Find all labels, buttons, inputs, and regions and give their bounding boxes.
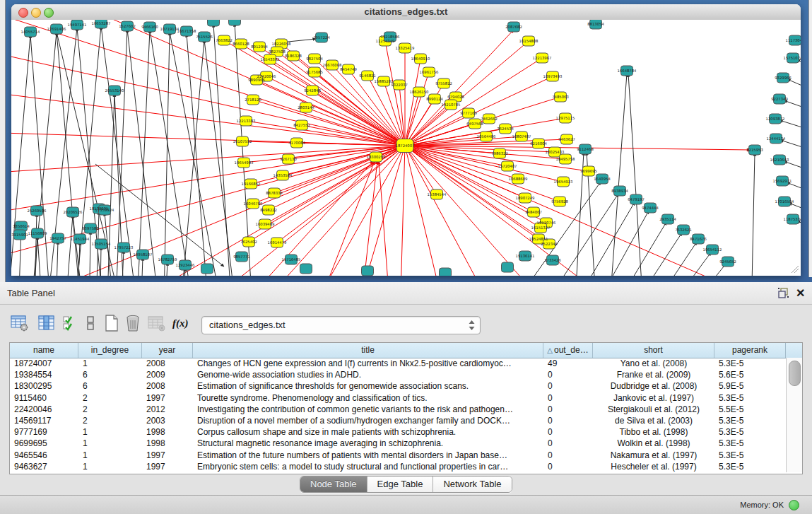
cell-in_degree[interactable]: 1 [78, 426, 142, 438]
cell-title[interactable]: Investigating the contribution of common… [193, 404, 543, 415]
cell-out_de[interactable]: 0 [543, 415, 593, 426]
graph-node[interactable] [201, 264, 213, 274]
graph-edge[interactable] [629, 222, 666, 276]
cell-out_de[interactable]: 0 [543, 404, 593, 415]
graph-edge[interactable] [353, 161, 377, 276]
cell-in_degree[interactable]: 2 [78, 415, 142, 426]
table-row[interactable]: 1830029562008Estimation of significance … [10, 380, 786, 392]
graph-edge[interactable] [177, 40, 204, 276]
graph-edge[interactable] [314, 59, 405, 146]
cell-out_de[interactable]: 49 [543, 358, 593, 369]
cell-title[interactable]: Disruption of a novel member of a sodium… [193, 415, 543, 426]
cell-in_degree[interactable]: 1 [78, 461, 142, 472]
cell-out_de[interactable]: 0 [543, 426, 593, 438]
table-row[interactable]: 946362711997Embryonic stem cells: a mode… [10, 461, 786, 472]
cell-year[interactable]: 1998 [142, 426, 193, 438]
graph-node[interactable] [208, 20, 220, 26]
cell-name[interactable]: 9699695 [10, 438, 78, 449]
graph-edge[interactable] [64, 215, 73, 276]
column-header-title[interactable]: title [193, 343, 543, 358]
graph-node[interactable] [300, 264, 312, 274]
cell-short[interactable]: de Silva et al. (2003) [593, 415, 714, 426]
cell-title[interactable]: Corpus callosum shape and size in male p… [193, 426, 543, 438]
show-columns-icon[interactable] [37, 314, 57, 332]
graph-edge[interactable] [628, 74, 645, 276]
cell-out_de[interactable]: 0 [543, 380, 593, 392]
cell-short[interactable]: Hescheler et al. (1997) [593, 461, 714, 472]
cell-in_degree[interactable]: 6 [78, 380, 142, 392]
cell-short[interactable]: Stergiakouli et al. (2012) [593, 404, 714, 415]
cell-pagerank[interactable]: 5.3E-5 [714, 426, 786, 438]
cell-title[interactable]: Structural magnetic resonance image aver… [193, 438, 543, 449]
cell-name[interactable]: 9115460 [10, 392, 78, 404]
graph-edge[interactable] [266, 76, 405, 146]
table-settings-icon[interactable] [10, 314, 30, 332]
graph-edge[interactable] [405, 113, 469, 146]
cell-year[interactable]: 1998 [142, 438, 193, 449]
cell-in_degree[interactable]: 2 [78, 404, 142, 415]
cell-in_degree[interactable]: 2 [78, 392, 142, 404]
graph-edge[interactable] [34, 214, 37, 276]
cell-name[interactable]: 9465546 [10, 450, 78, 461]
table-row[interactable]: 911546021997Tourette syndrome. Phenomeno… [10, 392, 786, 404]
graph-edge[interactable] [784, 100, 801, 113]
cell-name[interactable]: 22420046 [10, 404, 78, 415]
table-selector-dropdown[interactable]: citations_edges.txt [201, 316, 481, 334]
graph-edge[interactable] [134, 30, 150, 276]
cell-short[interactable]: Yano et al. (2008) [593, 358, 714, 369]
graph-node[interactable] [440, 268, 452, 276]
cell-year[interactable]: 2008 [142, 380, 193, 392]
graph-edge[interactable] [693, 263, 726, 276]
graph-edge[interactable] [150, 30, 198, 276]
cell-in_degree[interactable]: 1 [78, 450, 142, 461]
table-row[interactable]: 969969511998Structural magnetic resonanc… [10, 438, 786, 449]
graph-edge[interactable] [612, 211, 649, 276]
cell-year[interactable]: 1997 [142, 461, 193, 472]
cell-in_degree[interactable]: 6 [78, 369, 142, 380]
graph-edge[interactable] [11, 146, 405, 184]
graph-edge[interactable] [405, 146, 541, 228]
graph-node[interactable] [502, 262, 514, 272]
table-scrollbar-thumb[interactable] [789, 361, 801, 386]
graph-edge[interactable] [312, 90, 405, 146]
cell-out_de[interactable]: 0 [543, 392, 593, 404]
table-row[interactable]: 977716911998Corpus callosum shape and si… [10, 426, 786, 438]
cell-short[interactable]: Wolkin et al. (1998) [593, 438, 714, 449]
table-row[interactable]: 2242004622012Investigating the contribut… [10, 404, 786, 415]
cell-pagerank[interactable]: 5.9E-5 [714, 380, 786, 392]
cell-title[interactable]: Changes of HCN gene expression and I(f) … [193, 358, 543, 369]
graph-edge[interactable] [253, 100, 405, 146]
cell-pagerank[interactable]: 5.3E-5 [714, 461, 786, 472]
cell-year[interactable]: 2009 [142, 369, 193, 380]
table-scrollbar[interactable] [786, 358, 802, 472]
network-graph-canvas[interactable]: 1872400776638228660128891295418226058982… [11, 20, 801, 276]
graph-edge[interactable] [645, 233, 682, 276]
cell-short[interactable]: Jankovic et al. (1997) [593, 392, 714, 404]
citation-network-graph[interactable]: 1872400776638228660128891295418226058982… [11, 20, 801, 276]
close-panel-icon[interactable]: ✕ [796, 286, 807, 299]
graph-edge[interactable] [37, 236, 44, 276]
graph-node[interactable] [362, 266, 374, 276]
table-row[interactable]: 1938455462009Genome-wide association stu… [10, 369, 786, 380]
table-body[interactable]: 1872400712008Changes of HCN gene express… [10, 358, 786, 472]
column-header-pagerank[interactable]: pagerank [714, 343, 786, 358]
cell-name[interactable]: 14569117 [10, 415, 78, 426]
graph-edge[interactable] [55, 241, 58, 276]
cell-year[interactable]: 2012 [142, 404, 193, 415]
graph-edge[interactable] [95, 164, 224, 267]
cell-name[interactable]: 19384554 [10, 369, 78, 380]
tab-network-table[interactable]: Network Table [433, 477, 511, 492]
cell-title[interactable]: Embryonic stem cells: a model to study s… [193, 461, 543, 472]
cell-pagerank[interactable]: 5.6E-5 [714, 369, 786, 380]
column-header-in_degree[interactable]: in_degree [78, 343, 142, 358]
cell-pagerank[interactable]: 5.3E-5 [714, 438, 786, 449]
select-rows-icon[interactable] [62, 314, 78, 332]
new-table-icon[interactable] [103, 314, 120, 332]
column-header-short[interactable]: short [593, 343, 714, 358]
cell-pagerank[interactable]: 5.5E-5 [714, 404, 786, 415]
graph-edge[interactable] [113, 29, 127, 276]
graph-edge[interactable] [140, 257, 143, 276]
graph-edge[interactable] [213, 24, 233, 276]
delete-rows-icon[interactable] [124, 314, 141, 332]
graph-edge[interactable] [784, 161, 801, 174]
